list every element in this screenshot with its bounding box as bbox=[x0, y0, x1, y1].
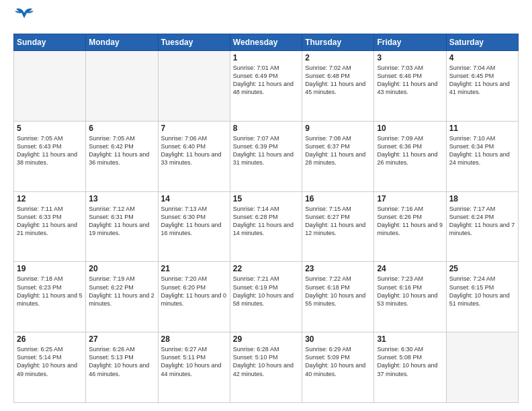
calendar-cell: 15Sunrise: 7:14 AM Sunset: 6:28 PM Dayli… bbox=[230, 191, 302, 262]
day-number: 6 bbox=[89, 124, 154, 133]
day-info: Sunrise: 7:20 AM Sunset: 6:20 PM Dayligh… bbox=[161, 275, 227, 308]
calendar-cell: 2Sunrise: 7:02 AM Sunset: 6:48 PM Daylig… bbox=[302, 51, 374, 122]
calendar-table: SundayMondayTuesdayWednesdayThursdayFrid… bbox=[13, 34, 519, 403]
calendar-cell: 14Sunrise: 7:13 AM Sunset: 6:30 PM Dayli… bbox=[158, 191, 230, 262]
day-info: Sunrise: 6:30 AM Sunset: 5:08 PM Dayligh… bbox=[377, 345, 443, 378]
day-info: Sunrise: 7:04 AM Sunset: 6:45 PM Dayligh… bbox=[449, 64, 515, 97]
weekday-header-tuesday: Tuesday bbox=[158, 34, 230, 51]
logo-bird-icon bbox=[15, 6, 34, 21]
day-info: Sunrise: 7:05 AM Sunset: 6:42 PM Dayligh… bbox=[89, 134, 154, 167]
day-number: 14 bbox=[161, 194, 227, 203]
day-number: 25 bbox=[449, 264, 515, 273]
day-number: 24 bbox=[377, 264, 443, 273]
day-info: Sunrise: 7:11 AM Sunset: 6:33 PM Dayligh… bbox=[17, 205, 83, 238]
calendar-cell: 25Sunrise: 7:24 AM Sunset: 6:15 PM Dayli… bbox=[446, 262, 518, 332]
calendar-cell: 21Sunrise: 7:20 AM Sunset: 6:20 PM Dayli… bbox=[158, 262, 230, 332]
week-row-1: 5Sunrise: 7:05 AM Sunset: 6:43 PM Daylig… bbox=[14, 121, 519, 191]
header bbox=[13, 12, 519, 27]
weekday-header-monday: Monday bbox=[86, 34, 158, 51]
calendar-cell: 12Sunrise: 7:11 AM Sunset: 6:33 PM Dayli… bbox=[14, 191, 86, 262]
calendar-cell: 20Sunrise: 7:19 AM Sunset: 6:22 PM Dayli… bbox=[86, 262, 158, 332]
day-number: 11 bbox=[449, 124, 515, 133]
calendar-cell bbox=[158, 51, 230, 122]
calendar-cell: 19Sunrise: 7:18 AM Sunset: 6:23 PM Dayli… bbox=[14, 262, 86, 332]
calendar-cell: 1Sunrise: 7:01 AM Sunset: 6:49 PM Daylig… bbox=[230, 51, 302, 122]
day-info: Sunrise: 7:17 AM Sunset: 6:24 PM Dayligh… bbox=[449, 205, 515, 238]
week-row-2: 12Sunrise: 7:11 AM Sunset: 6:33 PM Dayli… bbox=[14, 191, 519, 262]
day-info: Sunrise: 7:21 AM Sunset: 6:19 PM Dayligh… bbox=[233, 275, 299, 308]
weekday-header-sunday: Sunday bbox=[14, 34, 86, 51]
day-number: 3 bbox=[377, 53, 443, 62]
day-number: 21 bbox=[161, 264, 227, 273]
day-info: Sunrise: 7:18 AM Sunset: 6:23 PM Dayligh… bbox=[17, 275, 83, 308]
day-info: Sunrise: 7:10 AM Sunset: 6:34 PM Dayligh… bbox=[449, 134, 515, 167]
calendar-cell: 24Sunrise: 7:23 AM Sunset: 6:16 PM Dayli… bbox=[374, 262, 446, 332]
day-number: 17 bbox=[377, 194, 443, 203]
day-number: 27 bbox=[89, 334, 154, 344]
calendar-cell: 18Sunrise: 7:17 AM Sunset: 6:24 PM Dayli… bbox=[446, 191, 518, 262]
day-number: 1 bbox=[233, 53, 299, 62]
day-info: Sunrise: 7:08 AM Sunset: 6:37 PM Dayligh… bbox=[305, 134, 371, 167]
day-info: Sunrise: 7:22 AM Sunset: 6:18 PM Dayligh… bbox=[305, 275, 371, 308]
day-number: 9 bbox=[305, 124, 371, 133]
day-number: 28 bbox=[161, 334, 227, 344]
weekday-header-wednesday: Wednesday bbox=[230, 34, 302, 51]
day-info: Sunrise: 6:29 AM Sunset: 5:09 PM Dayligh… bbox=[305, 345, 371, 378]
day-number: 20 bbox=[89, 264, 154, 273]
day-info: Sunrise: 6:28 AM Sunset: 5:10 PM Dayligh… bbox=[233, 345, 299, 378]
calendar-cell: 6Sunrise: 7:05 AM Sunset: 6:42 PM Daylig… bbox=[86, 121, 158, 191]
day-number: 30 bbox=[305, 334, 371, 344]
day-number: 26 bbox=[17, 334, 83, 344]
calendar-cell: 10Sunrise: 7:09 AM Sunset: 6:36 PM Dayli… bbox=[374, 121, 446, 191]
day-info: Sunrise: 7:09 AM Sunset: 6:36 PM Dayligh… bbox=[377, 134, 443, 167]
day-number: 22 bbox=[233, 264, 299, 273]
calendar-cell: 29Sunrise: 6:28 AM Sunset: 5:10 PM Dayli… bbox=[230, 332, 302, 403]
day-info: Sunrise: 6:27 AM Sunset: 5:11 PM Dayligh… bbox=[161, 345, 227, 378]
week-row-0: 1Sunrise: 7:01 AM Sunset: 6:49 PM Daylig… bbox=[14, 51, 519, 122]
logo bbox=[13, 12, 34, 27]
calendar-cell: 17Sunrise: 7:16 AM Sunset: 6:26 PM Dayli… bbox=[374, 191, 446, 262]
calendar-cell: 16Sunrise: 7:15 AM Sunset: 6:27 PM Dayli… bbox=[302, 191, 374, 262]
day-info: Sunrise: 7:05 AM Sunset: 6:43 PM Dayligh… bbox=[17, 134, 83, 167]
calendar-cell bbox=[86, 51, 158, 122]
day-info: Sunrise: 7:15 AM Sunset: 6:27 PM Dayligh… bbox=[305, 205, 371, 238]
day-info: Sunrise: 6:25 AM Sunset: 5:14 PM Dayligh… bbox=[17, 345, 83, 378]
day-info: Sunrise: 7:07 AM Sunset: 6:39 PM Dayligh… bbox=[233, 134, 299, 167]
page: SundayMondayTuesdayWednesdayThursdayFrid… bbox=[0, 0, 532, 411]
calendar-cell: 27Sunrise: 6:26 AM Sunset: 5:13 PM Dayli… bbox=[86, 332, 158, 403]
weekday-header-friday: Friday bbox=[374, 34, 446, 51]
calendar-cell: 31Sunrise: 6:30 AM Sunset: 5:08 PM Dayli… bbox=[374, 332, 446, 403]
week-row-4: 26Sunrise: 6:25 AM Sunset: 5:14 PM Dayli… bbox=[14, 332, 519, 403]
weekday-header-saturday: Saturday bbox=[446, 34, 518, 51]
day-info: Sunrise: 7:13 AM Sunset: 6:30 PM Dayligh… bbox=[161, 205, 227, 238]
day-number: 5 bbox=[17, 124, 83, 133]
calendar-cell bbox=[446, 332, 518, 403]
day-info: Sunrise: 7:16 AM Sunset: 6:26 PM Dayligh… bbox=[377, 205, 443, 238]
calendar-cell: 13Sunrise: 7:12 AM Sunset: 6:31 PM Dayli… bbox=[86, 191, 158, 262]
day-info: Sunrise: 7:02 AM Sunset: 6:48 PM Dayligh… bbox=[305, 64, 371, 97]
day-number: 7 bbox=[161, 124, 227, 133]
calendar-cell: 9Sunrise: 7:08 AM Sunset: 6:37 PM Daylig… bbox=[302, 121, 374, 191]
day-info: Sunrise: 7:12 AM Sunset: 6:31 PM Dayligh… bbox=[89, 205, 154, 238]
calendar-cell bbox=[14, 51, 86, 122]
day-info: Sunrise: 6:26 AM Sunset: 5:13 PM Dayligh… bbox=[89, 345, 154, 378]
day-number: 23 bbox=[305, 264, 371, 273]
day-number: 15 bbox=[233, 194, 299, 203]
day-number: 13 bbox=[89, 194, 154, 203]
day-number: 16 bbox=[305, 194, 371, 203]
day-number: 8 bbox=[233, 124, 299, 133]
calendar-cell: 30Sunrise: 6:29 AM Sunset: 5:09 PM Dayli… bbox=[302, 332, 374, 403]
calendar-cell: 4Sunrise: 7:04 AM Sunset: 6:45 PM Daylig… bbox=[446, 51, 518, 122]
day-info: Sunrise: 7:06 AM Sunset: 6:40 PM Dayligh… bbox=[161, 134, 227, 167]
weekday-header-thursday: Thursday bbox=[302, 34, 374, 51]
day-info: Sunrise: 7:14 AM Sunset: 6:28 PM Dayligh… bbox=[233, 205, 299, 238]
calendar-cell: 23Sunrise: 7:22 AM Sunset: 6:18 PM Dayli… bbox=[302, 262, 374, 332]
calendar-cell: 8Sunrise: 7:07 AM Sunset: 6:39 PM Daylig… bbox=[230, 121, 302, 191]
day-info: Sunrise: 7:03 AM Sunset: 6:46 PM Dayligh… bbox=[377, 64, 443, 97]
calendar-cell: 22Sunrise: 7:21 AM Sunset: 6:19 PM Dayli… bbox=[230, 262, 302, 332]
day-number: 19 bbox=[17, 264, 83, 273]
day-info: Sunrise: 7:01 AM Sunset: 6:49 PM Dayligh… bbox=[233, 64, 299, 97]
day-number: 29 bbox=[233, 334, 299, 344]
day-number: 10 bbox=[377, 124, 443, 133]
calendar-cell: 5Sunrise: 7:05 AM Sunset: 6:43 PM Daylig… bbox=[14, 121, 86, 191]
